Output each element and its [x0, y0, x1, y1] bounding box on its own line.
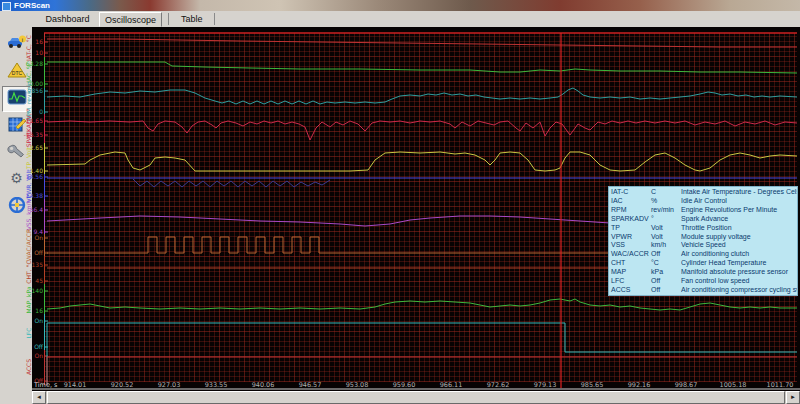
legend-row: CHT°CCylinder Head Temperature	[611, 259, 797, 268]
legend-desc: Module supply voltage	[681, 233, 797, 242]
tab-separator	[168, 13, 169, 25]
legend-name: ACCS	[611, 286, 651, 295]
legend-value: %	[651, 197, 681, 206]
legend-row: SPARKADV°Spark Advance	[611, 215, 797, 224]
oscilloscope-button[interactable]	[2, 86, 31, 112]
tab-table[interactable]: Table	[176, 12, 208, 25]
legend-box[interactable]: IAT-CCIntake Air Temperature - Degrees C…	[608, 186, 798, 296]
legend-value: Off	[651, 286, 681, 295]
legend-desc: Cylinder Head Temperature	[681, 259, 797, 268]
legend-row: VSSkm/hVehicle Speed	[611, 241, 797, 250]
legend-desc: Idle Air Control	[681, 197, 797, 206]
legend-value: rev/min	[651, 206, 681, 215]
legend-name: RPM	[611, 206, 651, 215]
legend-value: °	[651, 215, 681, 224]
scroll-thumb[interactable]	[47, 391, 785, 404]
legend-value: Volt	[651, 233, 681, 242]
legend-value: °C	[651, 259, 681, 268]
scroll-left-button[interactable]: ◄	[32, 391, 46, 404]
legend-value: Off	[651, 250, 681, 259]
legend-row: IAT-CCIntake Air Temperature - Degrees C…	[611, 188, 797, 197]
legend-desc: Spark Advance	[681, 215, 797, 224]
tab-dashboard[interactable]: Dashboard	[40, 12, 94, 25]
legend-desc: Fan control low speed	[681, 277, 797, 286]
window-title: FORScan	[14, 1, 50, 10]
legend-row: RPMrev/minEngine Revolutions Per Minute	[611, 206, 797, 215]
legend-value: kPa	[651, 268, 681, 277]
scrollbar-corner	[0, 391, 32, 404]
legend-row: LFCOffFan control low speed	[611, 277, 797, 286]
settings-button[interactable]: ⚙	[2, 167, 31, 193]
legend-value: Off	[651, 277, 681, 286]
legend-name: LFC	[611, 277, 651, 286]
svg-text:DTC: DTC	[11, 70, 22, 76]
legend-desc: Air conditioning clutch	[681, 250, 797, 259]
legend-row: MAPkPaManifold absolute pressure sensor	[611, 268, 797, 277]
dtc-warning-icon: DTC	[7, 62, 27, 78]
legend-name: VPWR	[611, 233, 651, 242]
legend-name: SPARKADV	[611, 215, 651, 224]
about-button[interactable]	[2, 194, 31, 220]
time-scrollbar[interactable]: ◄ ►	[32, 391, 800, 404]
tests-button[interactable]	[2, 113, 31, 139]
legend-desc: Intake Air Temperature - Degrees Celsius	[681, 188, 797, 197]
about-wheel-icon	[7, 197, 27, 213]
legend-row: ACCSOffAir conditioning compressor cycli…	[611, 286, 797, 295]
tests-calculator-icon	[7, 116, 27, 132]
legend-name: TP	[611, 224, 651, 233]
legend-row: WAC/ACCROffAir conditioning clutch	[611, 250, 797, 259]
service-button[interactable]	[2, 140, 31, 166]
vehicle-info-icon: i	[7, 35, 27, 51]
tab-oscilloscope[interactable]: Oscilloscope	[99, 12, 162, 27]
vehicle-info-button[interactable]: i	[2, 32, 31, 58]
legend-row: IAC%Idle Air Control	[611, 197, 797, 206]
legend-desc: Throttle Position	[681, 224, 797, 233]
tab-bar: Dashboard Oscilloscope Table	[0, 11, 800, 28]
legend-name: CHT	[611, 259, 651, 268]
legend-row: VPWRVoltModule supply voltage	[611, 233, 797, 242]
oscilloscope-icon	[7, 89, 27, 105]
sidebar-toolbar: i DTC	[0, 27, 32, 391]
legend-name: VSS	[611, 241, 651, 250]
legend-value: km/h	[651, 241, 681, 250]
tab-separator	[214, 13, 215, 25]
legend-name: IAT-C	[611, 188, 651, 197]
svg-text:i: i	[21, 37, 22, 43]
dtc-button[interactable]: DTC	[2, 59, 31, 85]
legend-name: WAC/ACCR	[611, 250, 651, 259]
legend-value: C	[651, 188, 681, 197]
title-bar[interactable]: FORScan	[0, 0, 800, 11]
legend-value: Volt	[651, 224, 681, 233]
legend-desc: Engine Revolutions Per Minute	[681, 206, 797, 215]
legend-row: TPVoltThrottle Position	[611, 224, 797, 233]
legend-name: MAP	[611, 268, 651, 277]
legend-desc: Manifold absolute pressure sensor	[681, 268, 797, 277]
app-icon	[2, 2, 11, 11]
service-wrench-icon	[7, 143, 27, 159]
scroll-right-button[interactable]: ►	[786, 391, 800, 404]
settings-gear-icon: ⚙	[10, 170, 23, 186]
legend-name: IAC	[611, 197, 651, 206]
legend-desc: Vehicle Speed	[681, 241, 797, 250]
legend-desc: Air conditioning compressor cycling swit…	[681, 286, 797, 295]
